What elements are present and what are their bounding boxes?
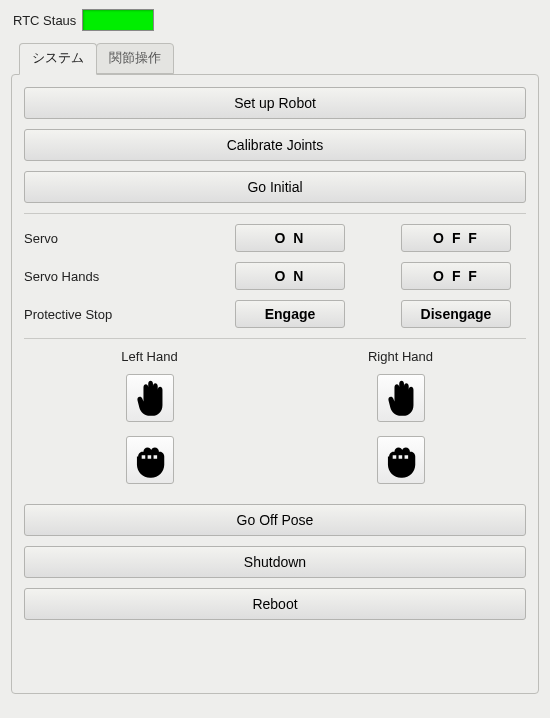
rtc-status-light [82,9,154,31]
tab-strip: システム 関節操作 [19,43,539,74]
right-hand-open-button[interactable] [377,374,425,422]
setup-robot-button[interactable]: Set up Robot [24,87,526,119]
servo-off-button[interactable]: O F F [401,224,511,252]
hand-fist-icon [131,441,169,479]
left-hand-column: Left Hand [24,349,275,498]
go-off-pose-button[interactable]: Go Off Pose [24,504,526,536]
protective-engage-button[interactable]: Engage [235,300,345,328]
protective-stop-label: Protective Stop [24,307,204,322]
hands-section: Left Hand Right Hand [24,349,526,498]
tab-joints[interactable]: 関節操作 [96,43,174,74]
right-hand-column: Right Hand [275,349,526,498]
rtc-status-label: RTC Staus [13,13,76,28]
rtc-status-row: RTC Staus [5,5,545,39]
tab-panel-system: Set up Robot Calibrate Joints Go Initial… [11,74,539,694]
protective-disengage-button[interactable]: Disengage [401,300,511,328]
left-hand-title: Left Hand [121,349,177,364]
tab-container: システム 関節操作 Set up Robot Calibrate Joints … [11,43,539,694]
divider-2 [24,338,526,339]
servo-hands-on-button[interactable]: O N [235,262,345,290]
right-hand-close-button[interactable] [377,436,425,484]
divider-1 [24,213,526,214]
reboot-button[interactable]: Reboot [24,588,526,620]
servo-label: Servo [24,231,204,246]
go-initial-button[interactable]: Go Initial [24,171,526,203]
hand-fist-icon [382,441,420,479]
calibrate-joints-button[interactable]: Calibrate Joints [24,129,526,161]
servo-on-button[interactable]: O N [235,224,345,252]
left-hand-close-button[interactable] [126,436,174,484]
hand-open-icon [131,379,169,417]
left-hand-open-button[interactable] [126,374,174,422]
servo-hands-row: Servo Hands O N O F F [24,262,526,290]
hand-open-icon [382,379,420,417]
main-window: RTC Staus システム 関節操作 Set up Robot Calibra… [0,0,550,703]
tab-system[interactable]: システム [19,43,97,75]
protective-stop-row: Protective Stop Engage Disengage [24,300,526,328]
servo-hands-off-button[interactable]: O F F [401,262,511,290]
servo-hands-label: Servo Hands [24,269,204,284]
right-hand-title: Right Hand [368,349,433,364]
servo-row: Servo O N O F F [24,224,526,252]
shutdown-button[interactable]: Shutdown [24,546,526,578]
